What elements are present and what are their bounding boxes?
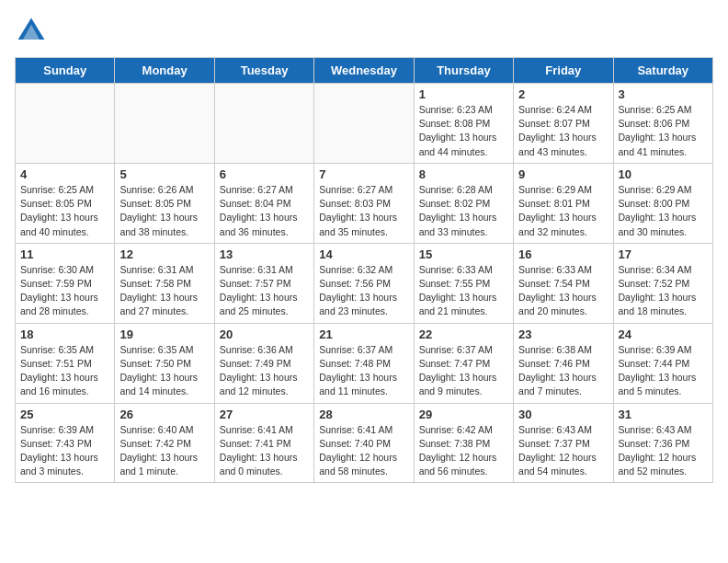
day-number: 15 xyxy=(419,247,508,261)
calendar-cell: 26Sunrise: 6:40 AM Sunset: 7:42 PM Dayli… xyxy=(115,403,214,483)
calendar-cell xyxy=(115,84,214,164)
day-info: Sunrise: 6:42 AM Sunset: 7:38 PM Dayligh… xyxy=(419,423,508,479)
day-number: 29 xyxy=(419,408,508,421)
day-number: 1 xyxy=(419,87,508,101)
calendar-header-monday: Monday xyxy=(115,58,214,84)
calendar-cell xyxy=(214,84,313,164)
day-number: 30 xyxy=(518,408,608,421)
calendar-cell: 20Sunrise: 6:36 AM Sunset: 7:49 PM Dayli… xyxy=(214,323,313,403)
day-info: Sunrise: 6:28 AM Sunset: 8:02 PM Dayligh… xyxy=(419,183,508,239)
day-info: Sunrise: 6:29 AM Sunset: 8:01 PM Dayligh… xyxy=(518,183,608,239)
calendar-week-4: 18Sunrise: 6:35 AM Sunset: 7:51 PM Dayli… xyxy=(16,323,713,403)
calendar-cell: 16Sunrise: 6:33 AM Sunset: 7:54 PM Dayli… xyxy=(514,243,613,323)
day-number: 18 xyxy=(20,327,109,341)
day-number: 2 xyxy=(518,87,608,101)
day-info: Sunrise: 6:33 AM Sunset: 7:55 PM Dayligh… xyxy=(419,263,508,319)
calendar-cell xyxy=(16,84,115,164)
day-info: Sunrise: 6:29 AM Sunset: 8:00 PM Dayligh… xyxy=(619,183,708,239)
day-number: 8 xyxy=(419,167,508,181)
day-number: 19 xyxy=(119,327,209,341)
day-info: Sunrise: 6:31 AM Sunset: 7:58 PM Dayligh… xyxy=(119,263,209,319)
day-number: 24 xyxy=(619,327,708,341)
day-number: 13 xyxy=(220,247,309,261)
calendar-header-friday: Friday xyxy=(514,58,613,84)
day-info: Sunrise: 6:30 AM Sunset: 7:59 PM Dayligh… xyxy=(20,263,109,319)
day-number: 28 xyxy=(319,408,408,421)
calendar-cell: 11Sunrise: 6:30 AM Sunset: 7:59 PM Dayli… xyxy=(16,243,115,323)
day-info: Sunrise: 6:32 AM Sunset: 7:56 PM Dayligh… xyxy=(319,263,408,319)
calendar-cell: 13Sunrise: 6:31 AM Sunset: 7:57 PM Dayli… xyxy=(214,243,313,323)
calendar-cell: 4Sunrise: 6:25 AM Sunset: 8:05 PM Daylig… xyxy=(16,163,115,243)
day-number: 11 xyxy=(20,247,109,261)
day-info: Sunrise: 6:36 AM Sunset: 7:49 PM Dayligh… xyxy=(220,343,309,399)
calendar-cell: 19Sunrise: 6:35 AM Sunset: 7:50 PM Dayli… xyxy=(115,323,214,403)
calendar-week-3: 11Sunrise: 6:30 AM Sunset: 7:59 PM Dayli… xyxy=(16,243,713,323)
day-number: 17 xyxy=(619,247,708,261)
calendar-cell: 12Sunrise: 6:31 AM Sunset: 7:58 PM Dayli… xyxy=(115,243,214,323)
day-number: 5 xyxy=(119,167,209,181)
calendar-header-sunday: Sunday xyxy=(16,58,115,84)
day-info: Sunrise: 6:23 AM Sunset: 8:08 PM Dayligh… xyxy=(419,103,508,159)
calendar-table: SundayMondayTuesdayWednesdayThursdayFrid… xyxy=(15,57,713,483)
calendar-cell: 23Sunrise: 6:38 AM Sunset: 7:46 PM Dayli… xyxy=(514,323,613,403)
day-number: 16 xyxy=(518,247,608,261)
day-info: Sunrise: 6:39 AM Sunset: 7:44 PM Dayligh… xyxy=(619,343,708,399)
page-header xyxy=(15,15,713,48)
day-info: Sunrise: 6:41 AM Sunset: 7:41 PM Dayligh… xyxy=(220,423,309,479)
day-number: 7 xyxy=(319,167,408,181)
day-info: Sunrise: 6:24 AM Sunset: 8:07 PM Dayligh… xyxy=(518,103,608,159)
calendar-cell: 3Sunrise: 6:25 AM Sunset: 8:06 PM Daylig… xyxy=(613,84,712,164)
day-info: Sunrise: 6:41 AM Sunset: 7:40 PM Dayligh… xyxy=(319,423,408,479)
day-number: 14 xyxy=(319,247,408,261)
calendar-cell: 8Sunrise: 6:28 AM Sunset: 8:02 PM Daylig… xyxy=(414,163,513,243)
day-info: Sunrise: 6:25 AM Sunset: 8:05 PM Dayligh… xyxy=(20,183,109,239)
calendar-cell: 30Sunrise: 6:43 AM Sunset: 7:37 PM Dayli… xyxy=(514,403,613,483)
day-number: 9 xyxy=(518,167,608,181)
day-info: Sunrise: 6:34 AM Sunset: 7:52 PM Dayligh… xyxy=(619,263,708,319)
calendar-header-thursday: Thursday xyxy=(414,58,513,84)
calendar-header-wednesday: Wednesday xyxy=(314,58,414,84)
day-info: Sunrise: 6:35 AM Sunset: 7:50 PM Dayligh… xyxy=(119,343,209,399)
calendar-header-row: SundayMondayTuesdayWednesdayThursdayFrid… xyxy=(16,58,713,84)
day-info: Sunrise: 6:43 AM Sunset: 7:36 PM Dayligh… xyxy=(619,423,708,479)
day-info: Sunrise: 6:33 AM Sunset: 7:54 PM Dayligh… xyxy=(518,263,608,319)
calendar-week-5: 25Sunrise: 6:39 AM Sunset: 7:43 PM Dayli… xyxy=(16,403,713,483)
calendar-cell xyxy=(314,84,414,164)
calendar-cell: 7Sunrise: 6:27 AM Sunset: 8:03 PM Daylig… xyxy=(314,163,414,243)
calendar-cell: 2Sunrise: 6:24 AM Sunset: 8:07 PM Daylig… xyxy=(514,84,613,164)
calendar-week-2: 4Sunrise: 6:25 AM Sunset: 8:05 PM Daylig… xyxy=(16,163,713,243)
day-info: Sunrise: 6:38 AM Sunset: 7:46 PM Dayligh… xyxy=(518,343,608,399)
day-number: 22 xyxy=(419,327,508,341)
calendar-cell: 10Sunrise: 6:29 AM Sunset: 8:00 PM Dayli… xyxy=(613,163,712,243)
day-number: 4 xyxy=(20,167,109,181)
calendar-cell: 6Sunrise: 6:27 AM Sunset: 8:04 PM Daylig… xyxy=(214,163,313,243)
calendar-cell: 29Sunrise: 6:42 AM Sunset: 7:38 PM Dayli… xyxy=(414,403,513,483)
calendar-cell: 21Sunrise: 6:37 AM Sunset: 7:48 PM Dayli… xyxy=(314,323,414,403)
calendar-header-tuesday: Tuesday xyxy=(214,58,313,84)
day-info: Sunrise: 6:37 AM Sunset: 7:47 PM Dayligh… xyxy=(419,343,508,399)
calendar-week-1: 1Sunrise: 6:23 AM Sunset: 8:08 PM Daylig… xyxy=(16,84,713,164)
calendar-cell: 15Sunrise: 6:33 AM Sunset: 7:55 PM Dayli… xyxy=(414,243,513,323)
day-number: 31 xyxy=(619,408,708,421)
calendar-cell: 28Sunrise: 6:41 AM Sunset: 7:40 PM Dayli… xyxy=(314,403,414,483)
day-info: Sunrise: 6:31 AM Sunset: 7:57 PM Dayligh… xyxy=(220,263,309,319)
day-number: 10 xyxy=(619,167,708,181)
calendar-cell: 22Sunrise: 6:37 AM Sunset: 7:47 PM Dayli… xyxy=(414,323,513,403)
day-number: 23 xyxy=(518,327,608,341)
calendar-cell: 9Sunrise: 6:29 AM Sunset: 8:01 PM Daylig… xyxy=(514,163,613,243)
calendar-cell: 1Sunrise: 6:23 AM Sunset: 8:08 PM Daylig… xyxy=(414,84,513,164)
calendar-cell: 14Sunrise: 6:32 AM Sunset: 7:56 PM Dayli… xyxy=(314,243,414,323)
day-info: Sunrise: 6:27 AM Sunset: 8:03 PM Dayligh… xyxy=(319,183,408,239)
day-info: Sunrise: 6:39 AM Sunset: 7:43 PM Dayligh… xyxy=(20,423,109,479)
day-number: 6 xyxy=(220,167,309,181)
day-number: 26 xyxy=(119,408,209,421)
day-info: Sunrise: 6:27 AM Sunset: 8:04 PM Dayligh… xyxy=(220,183,309,239)
day-number: 12 xyxy=(119,247,209,261)
day-number: 3 xyxy=(619,87,708,101)
day-info: Sunrise: 6:35 AM Sunset: 7:51 PM Dayligh… xyxy=(20,343,109,399)
calendar-cell: 5Sunrise: 6:26 AM Sunset: 8:05 PM Daylig… xyxy=(115,163,214,243)
calendar-cell: 18Sunrise: 6:35 AM Sunset: 7:51 PM Dayli… xyxy=(16,323,115,403)
logo-icon xyxy=(15,15,48,48)
day-number: 20 xyxy=(220,327,309,341)
day-info: Sunrise: 6:26 AM Sunset: 8:05 PM Dayligh… xyxy=(119,183,209,239)
